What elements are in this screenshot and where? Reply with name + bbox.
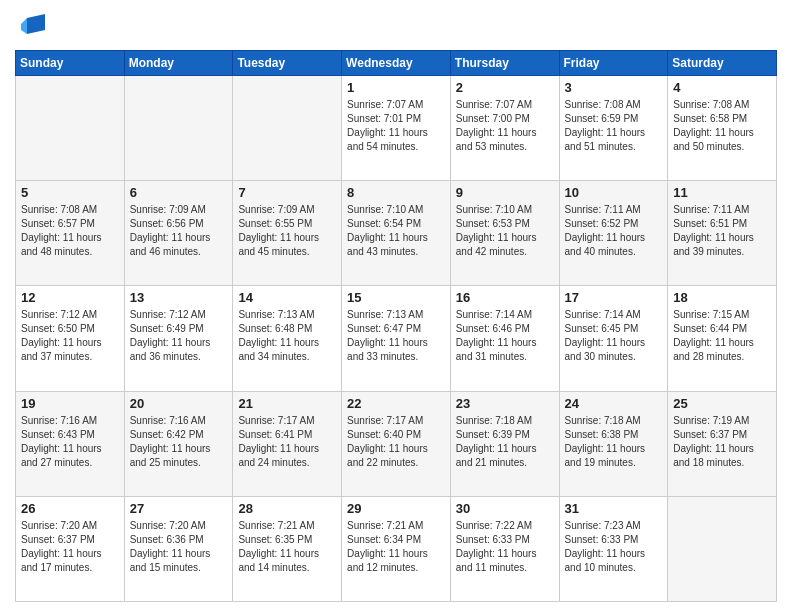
calendar-cell: 14Sunrise: 7:13 AMSunset: 6:48 PMDayligh… [233,286,342,391]
day-info: and 34 minutes. [238,350,336,364]
day-info: Sunrise: 7:13 AM [347,308,445,322]
calendar-cell: 22Sunrise: 7:17 AMSunset: 6:40 PMDayligh… [342,391,451,496]
calendar-page: SundayMondayTuesdayWednesdayThursdayFrid… [0,0,792,612]
calendar-cell: 15Sunrise: 7:13 AMSunset: 6:47 PMDayligh… [342,286,451,391]
day-info: Sunrise: 7:09 AM [130,203,228,217]
day-info: and 25 minutes. [130,456,228,470]
day-info: Daylight: 11 hours [130,547,228,561]
day-info: and 15 minutes. [130,561,228,575]
calendar-cell: 2Sunrise: 7:07 AMSunset: 7:00 PMDaylight… [450,76,559,181]
calendar-dow-monday: Monday [124,51,233,76]
day-info: Daylight: 11 hours [21,442,119,456]
day-info: Sunset: 6:34 PM [347,533,445,547]
day-number: 13 [130,290,228,305]
calendar-week-row: 19Sunrise: 7:16 AMSunset: 6:43 PMDayligh… [16,391,777,496]
calendar-cell: 8Sunrise: 7:10 AMSunset: 6:54 PMDaylight… [342,181,451,286]
day-info: and 36 minutes. [130,350,228,364]
day-info: Sunrise: 7:19 AM [673,414,771,428]
day-info: Daylight: 11 hours [673,442,771,456]
calendar-dow-wednesday: Wednesday [342,51,451,76]
day-info: Sunrise: 7:09 AM [238,203,336,217]
day-info: Sunset: 6:42 PM [130,428,228,442]
day-info: Daylight: 11 hours [347,442,445,456]
calendar-cell: 13Sunrise: 7:12 AMSunset: 6:49 PMDayligh… [124,286,233,391]
day-number: 16 [456,290,554,305]
day-info: and 50 minutes. [673,140,771,154]
day-info: Sunset: 6:33 PM [565,533,663,547]
day-info: Sunrise: 7:22 AM [456,519,554,533]
day-info: and 51 minutes. [565,140,663,154]
day-info: and 21 minutes. [456,456,554,470]
day-info: Sunrise: 7:11 AM [673,203,771,217]
calendar-cell: 21Sunrise: 7:17 AMSunset: 6:41 PMDayligh… [233,391,342,496]
day-info: Sunset: 6:38 PM [565,428,663,442]
day-info: Daylight: 11 hours [238,442,336,456]
day-info: Sunrise: 7:17 AM [347,414,445,428]
day-number: 22 [347,396,445,411]
day-info: Sunrise: 7:16 AM [21,414,119,428]
day-info: Sunrise: 7:14 AM [565,308,663,322]
day-number: 11 [673,185,771,200]
calendar-cell: 29Sunrise: 7:21 AMSunset: 6:34 PMDayligh… [342,496,451,601]
day-number: 10 [565,185,663,200]
day-info: Sunrise: 7:12 AM [130,308,228,322]
day-number: 15 [347,290,445,305]
day-info: and 27 minutes. [21,456,119,470]
day-info: Sunrise: 7:10 AM [456,203,554,217]
calendar-table: SundayMondayTuesdayWednesdayThursdayFrid… [15,50,777,602]
calendar-cell: 10Sunrise: 7:11 AMSunset: 6:52 PMDayligh… [559,181,668,286]
calendar-cell: 27Sunrise: 7:20 AMSunset: 6:36 PMDayligh… [124,496,233,601]
day-info: and 22 minutes. [347,456,445,470]
day-info: Sunrise: 7:11 AM [565,203,663,217]
day-info: and 10 minutes. [565,561,663,575]
day-number: 12 [21,290,119,305]
day-info: Sunset: 6:58 PM [673,112,771,126]
calendar-cell: 28Sunrise: 7:21 AMSunset: 6:35 PMDayligh… [233,496,342,601]
day-info: and 54 minutes. [347,140,445,154]
calendar-week-row: 1Sunrise: 7:07 AMSunset: 7:01 PMDaylight… [16,76,777,181]
day-info: and 31 minutes. [456,350,554,364]
day-info: Daylight: 11 hours [347,336,445,350]
day-info: Sunset: 6:43 PM [21,428,119,442]
day-info: Sunset: 6:51 PM [673,217,771,231]
day-info: Sunrise: 7:07 AM [347,98,445,112]
day-info: Sunset: 6:56 PM [130,217,228,231]
day-info: Sunset: 6:59 PM [565,112,663,126]
day-info: and 30 minutes. [565,350,663,364]
day-info: Daylight: 11 hours [673,231,771,245]
day-number: 19 [21,396,119,411]
calendar-dow-thursday: Thursday [450,51,559,76]
day-info: Daylight: 11 hours [456,231,554,245]
day-info: Daylight: 11 hours [238,336,336,350]
day-info: Daylight: 11 hours [673,126,771,140]
day-info: and 40 minutes. [565,245,663,259]
calendar-dow-friday: Friday [559,51,668,76]
day-info: and 14 minutes. [238,561,336,575]
day-info: Daylight: 11 hours [238,547,336,561]
calendar-dow-saturday: Saturday [668,51,777,76]
day-info: Daylight: 11 hours [456,547,554,561]
day-info: Sunrise: 7:08 AM [21,203,119,217]
day-number: 3 [565,80,663,95]
calendar-cell: 18Sunrise: 7:15 AMSunset: 6:44 PMDayligh… [668,286,777,391]
day-info: Sunrise: 7:18 AM [456,414,554,428]
calendar-cell: 20Sunrise: 7:16 AMSunset: 6:42 PMDayligh… [124,391,233,496]
svg-marker-1 [21,18,27,34]
day-info: and 19 minutes. [565,456,663,470]
day-info: and 53 minutes. [456,140,554,154]
day-number: 20 [130,396,228,411]
calendar-cell: 1Sunrise: 7:07 AMSunset: 7:01 PMDaylight… [342,76,451,181]
calendar-dow-sunday: Sunday [16,51,125,76]
day-info: Sunrise: 7:23 AM [565,519,663,533]
day-info: and 33 minutes. [347,350,445,364]
day-number: 23 [456,396,554,411]
day-number: 26 [21,501,119,516]
day-info: Sunset: 6:40 PM [347,428,445,442]
day-info: Daylight: 11 hours [456,442,554,456]
calendar-cell: 23Sunrise: 7:18 AMSunset: 6:39 PMDayligh… [450,391,559,496]
day-info: Sunrise: 7:12 AM [21,308,119,322]
day-info: Sunrise: 7:08 AM [673,98,771,112]
day-number: 9 [456,185,554,200]
day-info: Daylight: 11 hours [21,336,119,350]
calendar-cell [16,76,125,181]
